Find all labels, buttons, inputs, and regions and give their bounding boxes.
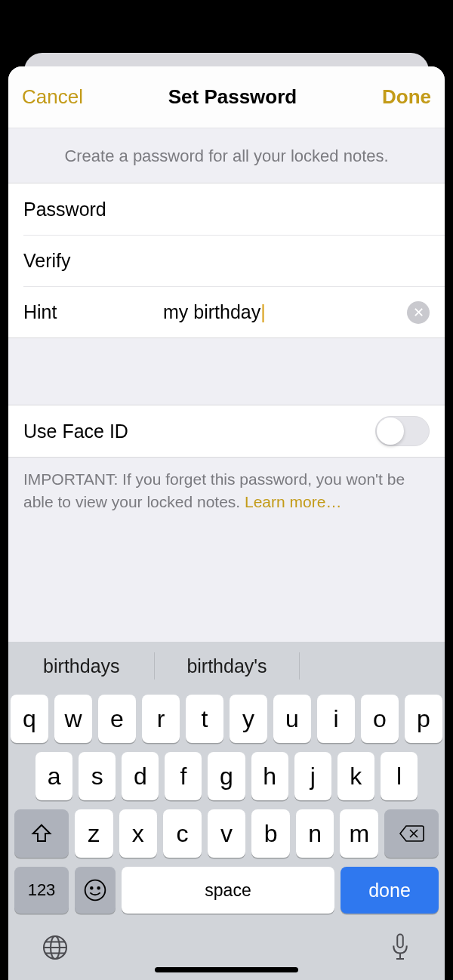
key-u[interactable]: u: [273, 695, 311, 743]
suggestion-bar: birthdays birthday's: [8, 642, 445, 690]
key-m[interactable]: m: [340, 809, 378, 858]
numeric-key[interactable]: 123: [14, 867, 69, 914]
hint-label: Hint: [23, 301, 163, 323]
done-button[interactable]: Done: [382, 85, 431, 109]
key-h[interactable]: h: [251, 752, 288, 800]
key-t[interactable]: t: [186, 695, 223, 743]
learn-more-link[interactable]: Learn more…: [245, 493, 341, 510]
shift-icon: [30, 822, 53, 845]
close-icon: ✕: [413, 306, 424, 319]
microphone-icon: [389, 932, 411, 963]
key-l[interactable]: l: [381, 752, 418, 800]
space-key[interactable]: space: [122, 867, 334, 914]
svg-point-1: [91, 887, 93, 889]
suggestion-1[interactable]: birthdays: [9, 655, 154, 677]
key-p[interactable]: p: [405, 695, 442, 743]
key-y[interactable]: y: [230, 695, 267, 743]
backspace-icon: [399, 824, 424, 843]
key-d[interactable]: d: [122, 752, 159, 800]
key-v[interactable]: v: [208, 809, 246, 858]
clear-hint-button[interactable]: ✕: [407, 301, 430, 324]
key-w[interactable]: w: [54, 695, 92, 743]
helper-text: Create a password for all your locked no…: [8, 128, 445, 183]
key-b[interactable]: b: [251, 809, 290, 858]
section-gap: [8, 338, 445, 405]
toggle-knob: [377, 418, 404, 445]
password-field-group: Password Verify Hint my birthday| ✕: [8, 183, 445, 338]
key-x[interactable]: x: [119, 809, 158, 858]
verify-label: Verify: [23, 250, 163, 272]
key-e[interactable]: e: [98, 695, 136, 743]
shift-key[interactable]: [14, 809, 69, 858]
suggestion-2[interactable]: birthday's: [155, 655, 300, 677]
dictation-key[interactable]: [389, 932, 411, 963]
verify-input[interactable]: [163, 250, 430, 272]
key-r[interactable]: r: [142, 695, 180, 743]
keyboard: birthdays birthday's q w e r t y u i o p…: [8, 642, 445, 980]
keyboard-row-2: a s d f g h j k l: [8, 747, 445, 805]
key-f[interactable]: f: [165, 752, 202, 800]
key-z[interactable]: z: [75, 809, 113, 858]
nav-bar: Cancel Set Password Done: [8, 66, 445, 128]
key-o[interactable]: o: [361, 695, 399, 743]
footer-text: IMPORTANT: If you forget this password, …: [23, 470, 405, 510]
password-input[interactable]: [163, 199, 430, 220]
key-j[interactable]: j: [294, 752, 331, 800]
globe-icon: [42, 934, 69, 961]
password-label: Password: [23, 199, 163, 220]
footer-note: IMPORTANT: If you forget this password, …: [8, 458, 445, 514]
svg-point-0: [85, 880, 106, 901]
home-indicator[interactable]: [155, 967, 298, 972]
faceid-label: Use Face ID: [23, 421, 128, 442]
backspace-key[interactable]: [384, 809, 439, 858]
modal-sheet: Cancel Set Password Done Create a passwo…: [8, 66, 445, 980]
globe-key[interactable]: [42, 934, 69, 961]
key-q[interactable]: q: [11, 695, 48, 743]
suggestion-separator: [299, 652, 300, 680]
key-c[interactable]: c: [163, 809, 202, 858]
key-i[interactable]: i: [317, 695, 355, 743]
keyboard-row-1: q w e r t y u i o p: [8, 690, 445, 747]
faceid-toggle[interactable]: [375, 416, 430, 446]
key-a[interactable]: a: [35, 752, 72, 800]
emoji-key[interactable]: [75, 867, 116, 914]
verify-row[interactable]: Verify: [23, 235, 445, 286]
svg-rect-5: [397, 935, 403, 948]
emoji-icon: [83, 878, 107, 902]
keyboard-done-key[interactable]: done: [341, 867, 439, 914]
key-k[interactable]: k: [337, 752, 374, 800]
hint-row[interactable]: Hint my birthday| ✕: [23, 286, 445, 337]
key-n[interactable]: n: [296, 809, 334, 858]
device-frame: Cancel Set Password Done Create a passwo…: [0, 0, 453, 980]
hint-input[interactable]: my birthday|: [163, 301, 407, 323]
keyboard-row-3: z x c v b n m: [8, 805, 445, 862]
page-title: Set Password: [168, 85, 297, 109]
faceid-row[interactable]: Use Face ID: [8, 405, 445, 458]
key-g[interactable]: g: [208, 752, 245, 800]
cancel-button[interactable]: Cancel: [22, 85, 83, 109]
svg-point-2: [97, 887, 100, 889]
keyboard-row-4: 123 space done: [8, 862, 445, 918]
password-row[interactable]: Password: [8, 183, 445, 235]
key-s[interactable]: s: [79, 752, 116, 800]
